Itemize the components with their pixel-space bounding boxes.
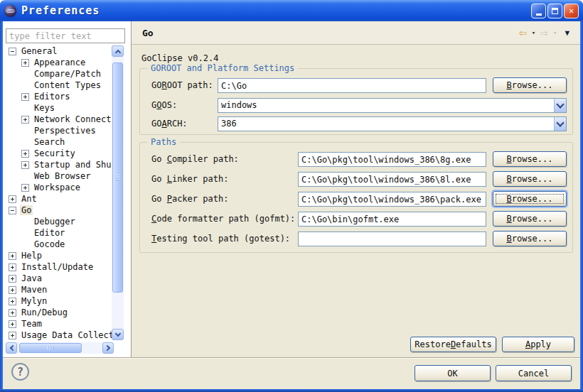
scroll-down-button[interactable] (112, 329, 124, 340)
collapse-icon[interactable] (9, 207, 16, 214)
scroll-right-button[interactable] (102, 342, 114, 354)
eclipse-logo-icon (4, 5, 16, 17)
tree-item-workspace[interactable]: Workspace (6, 182, 112, 193)
back-history-caret-icon[interactable]: ▾ (532, 29, 535, 36)
help-button[interactable]: ? (11, 363, 29, 381)
tree-item-java[interactable]: Java (6, 273, 112, 284)
window-title: Preferences (21, 4, 100, 17)
title-bar: Preferences ✕ (0, 0, 583, 21)
testing-tool-path-field[interactable] (298, 232, 486, 246)
go-compiler-browse-button[interactable]: Browse... (493, 151, 567, 167)
tree-item-network-connections[interactable]: Network Connect (6, 114, 112, 125)
goos-label: GOOS: (151, 100, 177, 110)
tree-vertical-scrollbar[interactable] (112, 45, 124, 340)
tree-item-content-types[interactable]: Content Types (6, 80, 112, 91)
tree-item-appearance[interactable]: Appearance (6, 57, 112, 68)
expand-icon[interactable] (21, 59, 29, 67)
back-arrow-icon[interactable]: ⇦ (519, 26, 527, 39)
tree-item-web-browser[interactable]: Web Browser (6, 170, 112, 182)
tree-item-search[interactable]: Search (6, 136, 112, 148)
go-packer-browse-button[interactable]: Browse... (493, 191, 567, 207)
goroot-path-label: GOROOT path: (151, 80, 213, 90)
go-packer-path-field[interactable] (298, 192, 486, 207)
maximize-button[interactable] (547, 4, 562, 18)
tree-item-maven[interactable]: Maven (6, 284, 112, 295)
cancel-button[interactable]: Cancel (496, 365, 572, 381)
collapse-icon[interactable] (9, 48, 16, 55)
tree-item-usage-data-collector[interactable]: Usage Data Collect (6, 330, 112, 341)
expand-icon[interactable] (9, 263, 16, 271)
tree-item-help[interactable]: Help (6, 250, 112, 261)
tree-item-go[interactable]: Go (6, 205, 112, 216)
tree-item-keys[interactable]: Keys (6, 102, 112, 114)
goroot-settings-group: GOROOT and Platform Settings GOROOT path… (139, 68, 573, 135)
close-button[interactable]: ✕ (564, 4, 579, 18)
expand-icon[interactable] (9, 309, 16, 317)
go-compiler-path-field[interactable] (298, 152, 486, 167)
goroot-browse-button[interactable]: Browse... (493, 77, 567, 93)
tree-item-ant[interactable]: Ant (6, 193, 112, 205)
view-menu-icon[interactable]: ▼ (565, 28, 569, 38)
preferences-tree: General Appearance Compare/Patch Content… (6, 45, 112, 341)
goos-selected-value: windows (221, 100, 257, 110)
go-linker-path-field[interactable] (298, 172, 486, 187)
code-formatter-browse-button[interactable]: Browse... (493, 211, 567, 227)
tree-item-mylyn[interactable]: Mylyn (6, 295, 112, 307)
testing-tool-browse-button[interactable]: Browse... (493, 231, 567, 246)
tree-item-install-update[interactable]: Install/Update (6, 261, 112, 273)
window-border-right (580, 0, 583, 392)
preferences-window: Preferences ✕ General Appearance Compare… (0, 0, 583, 392)
expand-icon[interactable] (21, 184, 29, 192)
selected-tree-item: Go (20, 205, 33, 215)
restore-defaults-button[interactable]: Restore Defaults (410, 337, 496, 352)
tree-item-editors[interactable]: Editors (6, 91, 112, 102)
page-title: Go (142, 28, 154, 38)
expand-icon[interactable] (9, 332, 16, 339)
code-formatter-path-label: Code formatter path (gofmt): (151, 214, 295, 224)
expand-icon[interactable] (9, 298, 16, 305)
horizontal-scroll-thumb[interactable] (19, 343, 82, 353)
expand-icon[interactable] (9, 252, 16, 260)
vertical-scroll-thumb[interactable] (112, 62, 123, 293)
go-packer-path-label: Go Packer path: (151, 194, 228, 204)
scroll-up-button[interactable] (112, 45, 124, 57)
go-linker-browse-button[interactable]: Browse... (493, 171, 567, 187)
goroot-path-field[interactable] (218, 78, 486, 93)
tree-item-perspectives[interactable]: Perspectives (6, 125, 112, 136)
tree-item-editor[interactable]: Editor (6, 227, 112, 239)
expand-icon[interactable] (9, 286, 16, 294)
expand-icon[interactable] (21, 93, 29, 101)
goarch-select[interactable]: 386 (218, 116, 567, 131)
apply-button[interactable]: Apply (502, 337, 574, 352)
minimize-button[interactable] (531, 4, 546, 18)
goos-select[interactable]: windows (218, 98, 567, 113)
expand-icon[interactable] (21, 116, 29, 124)
tree-item-gocode[interactable]: Gocode (6, 239, 112, 250)
tree-item-compare-patch[interactable]: Compare/Patch (6, 68, 112, 80)
tree-item-general[interactable]: General (6, 45, 112, 57)
ok-button[interactable]: OK (414, 365, 491, 381)
code-formatter-path-field[interactable] (298, 212, 486, 227)
expand-icon[interactable] (21, 161, 29, 169)
expand-icon[interactable] (9, 320, 16, 328)
expand-icon[interactable] (9, 195, 16, 203)
testing-tool-path-label: Testing tool path (gotest): (151, 234, 290, 244)
scroll-left-button[interactable] (6, 342, 17, 354)
group-title: GOROOT and Platform Settings (147, 63, 298, 73)
group-title: Paths (147, 137, 180, 147)
filter-input[interactable] (6, 28, 125, 43)
tree-horizontal-scrollbar[interactable] (6, 342, 114, 354)
chevron-down-icon[interactable] (554, 99, 566, 112)
go-compiler-path-label: Go Compiler path: (151, 154, 239, 164)
expand-icon[interactable] (9, 275, 16, 283)
tree-item-debugger[interactable]: Debugger (6, 216, 112, 227)
tree-item-security[interactable]: Security (6, 148, 112, 159)
chevron-down-icon[interactable] (554, 117, 566, 131)
tree-item-run-debug[interactable]: Run/Debug (6, 307, 112, 318)
tree-item-team[interactable]: Team (6, 318, 112, 330)
maximize-icon (552, 8, 558, 14)
expand-icon[interactable] (21, 150, 29, 158)
forward-arrow-icon: ⇨ (540, 26, 548, 39)
plugin-version: GoClipse v0.2.4 (141, 53, 218, 63)
tree-item-startup-and-shutdown[interactable]: Startup and Shu (6, 159, 112, 170)
